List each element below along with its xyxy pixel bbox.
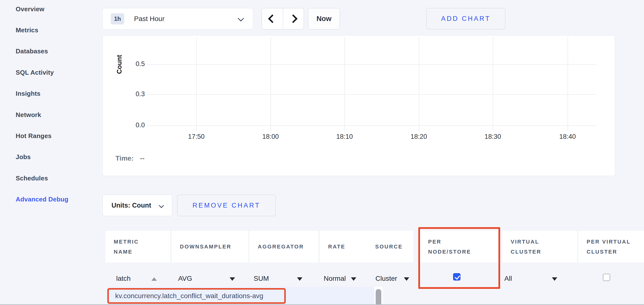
chevron-down-icon [238,15,244,21]
y-tick: 0.5 [125,60,145,68]
time-shift-buttons [262,8,304,29]
units-select[interactable]: Units: Count [102,195,172,216]
sidebar-item-metrics[interactable]: Metrics [16,19,68,41]
sidebar-nav: Overview Metrics Databases SQL Activity … [16,0,68,210]
caret-down-icon[interactable] [351,277,356,281]
caret-down-icon[interactable] [297,277,302,281]
aggregator-select[interactable]: SUM [254,275,269,283]
header-per-node-store: PER NODE/STORE [420,231,500,262]
header-rate: RATE [320,231,371,262]
downsampler-select[interactable]: AVG [178,275,192,283]
x-tick: 18:00 [254,133,288,140]
add-chart-button[interactable]: ADD CHART [426,8,505,29]
gridline-horizontal [147,125,596,126]
time-range-label: Past Hour [134,8,165,29]
next-time-button[interactable] [283,8,304,29]
sidebar-item-overview[interactable]: Overview [16,0,68,19]
caret-up-icon [152,277,157,281]
gridline-vertical [419,37,419,131]
sidebar-item-advanced-debug[interactable]: Advanced Debug [16,189,68,210]
sidebar-item-sql-activity[interactable]: SQL Activity [16,62,68,83]
sidebar-item-hot-ranges[interactable]: Hot Ranges [16,125,68,146]
sidebar-item-jobs[interactable]: Jobs [16,147,68,168]
check-icon [454,274,460,280]
x-tick: 18:20 [402,133,436,140]
source-select[interactable]: Cluster [376,275,397,283]
chevron-right-icon [289,14,298,23]
caret-down-icon[interactable] [230,277,235,281]
metric-name-input[interactable]: latch [116,275,130,283]
remove-chart-button[interactable]: REMOVE CHART [177,195,276,216]
x-tick: 18:40 [550,133,585,140]
x-tick: 17:50 [179,133,214,140]
metric-suggestion-item[interactable]: kv.concurrency.latch_conflict_wait_durat… [115,287,263,305]
gridline-vertical [493,37,493,131]
header-aggregator: AGGREGATOR [250,231,318,262]
chevron-left-icon [268,14,277,23]
metric-suggestions-dropdown: kv.concurrency.latch_conflict_wait_durat… [107,287,374,305]
y-tick: 0.0 [125,121,145,130]
chevron-down-icon [159,203,164,208]
rate-select[interactable]: Normal [324,275,346,283]
dropdown-scrollbar-thumb[interactable] [376,289,381,305]
units-select-label: Units: Count [112,202,151,209]
gridline-vertical [196,37,197,131]
sidebar-item-databases[interactable]: Databases [16,41,68,62]
time-readout: Time:-- [116,154,144,162]
gridline-vertical [344,37,345,131]
header-per-virtual-cluster: PER VIRTUAL CLUSTER [578,231,644,262]
chart-card[interactable]: Count 0.5 0.3 0.0 17:50 18:00 18:10 18:2… [102,35,615,176]
advanced-debug-custom-chart-page: Overview Metrics Databases SQL Activity … [0,0,644,305]
sidebar-item-schedules[interactable]: Schedules [16,168,68,189]
header-virtual-cluster: VIRTUAL CLUSTER [502,231,577,262]
now-button[interactable]: Now [308,8,340,29]
header-metric-name: METRIC NAME [105,231,170,262]
sidebar-item-insights[interactable]: Insights [16,83,68,104]
time-window-badge: 1h [111,13,124,24]
per-node-store-checkbox[interactable] [453,273,460,281]
prev-time-button[interactable] [262,8,283,29]
per-virtual-cluster-checkbox[interactable] [603,274,610,281]
gridline-vertical [568,37,568,131]
y-tick: 0.3 [125,90,145,99]
sidebar-item-network[interactable]: Network [16,104,68,125]
virtual-cluster-select[interactable]: All [504,275,512,283]
header-downsampler: DOWNSAMPLER [172,231,248,262]
x-tick: 18:10 [328,133,362,140]
gridline-vertical [270,37,271,131]
caret-down-icon[interactable] [404,277,409,281]
caret-down-icon[interactable] [552,277,557,281]
gridline-horizontal [147,94,596,95]
x-tick: 18:30 [476,133,510,140]
time-range-selector[interactable]: 1h Past Hour [102,8,253,29]
time-readout-value: -- [140,154,144,162]
gridline-horizontal [147,64,596,65]
header-source: SOURCE [367,231,414,262]
time-readout-label: Time: [116,154,134,162]
